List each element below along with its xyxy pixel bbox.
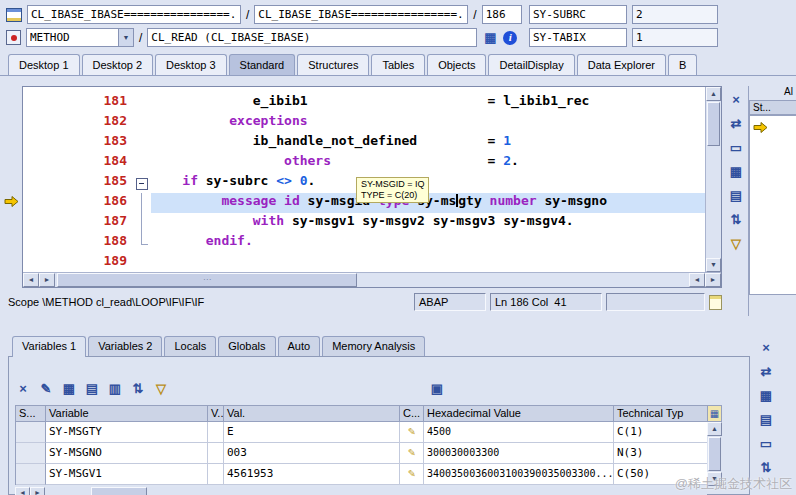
- line-number-field[interactable]: [482, 5, 522, 24]
- tab-memory-analysis[interactable]: Memory Analysis: [322, 336, 425, 356]
- scrollbar-thumb[interactable]: [91, 487, 147, 495]
- code-line-183[interactable]: 183 ib_handle_not_defined = 1: [23, 133, 705, 153]
- tool-services-icon[interactable]: ▽: [728, 236, 744, 252]
- change-value-cell[interactable]: ✎: [400, 464, 424, 485]
- filter-icon[interactable]: ▽: [153, 381, 169, 397]
- display-list-icon[interactable]: [709, 295, 722, 310]
- tab-tables[interactable]: Tables: [371, 54, 425, 75]
- scroll-sync-icon[interactable]: ⇅: [758, 460, 774, 476]
- tab-data-explorer[interactable]: Data Explorer: [577, 54, 666, 75]
- stack-column-header[interactable]: St...: [749, 100, 796, 115]
- scroll-right-icon[interactable]: ►: [39, 273, 55, 287]
- swap-tool-icon[interactable]: ⇄: [758, 364, 774, 380]
- code-line-182[interactable]: 182 exceptions: [23, 113, 705, 133]
- layout-icon[interactable]: ▤: [728, 188, 744, 204]
- scroll-down-icon[interactable]: ▼: [706, 258, 721, 272]
- row-selector[interactable]: [16, 422, 46, 443]
- event-type-field[interactable]: [26, 28, 118, 47]
- table-row[interactable]: SY-MSGV14561953✎340035003600310039003500…: [16, 464, 708, 485]
- tab-objects[interactable]: Objects: [427, 54, 486, 75]
- code-line-181[interactable]: 181 e_ibib1 = l_ibib1_rec: [23, 93, 705, 113]
- columns-icon[interactable]: ▥: [107, 381, 123, 397]
- new-tool-icon[interactable]: ▦: [728, 164, 744, 180]
- watch2-name-field[interactable]: [529, 28, 627, 47]
- tab-desktop-1[interactable]: Desktop 1: [8, 54, 80, 75]
- code-token: gty: [458, 193, 489, 208]
- column-header-technical-typ[interactable]: Technical Typ: [614, 405, 708, 422]
- chevron-down-icon[interactable]: ▼: [118, 28, 134, 47]
- column-header-v[interactable]: V...: [208, 405, 224, 422]
- table-row[interactable]: SY-MSGTYE✎4500C(1): [16, 422, 708, 443]
- choose-layout-icon[interactable]: ▦: [707, 405, 722, 422]
- tab-auto[interactable]: Auto: [278, 336, 321, 356]
- column-header-variable[interactable]: Variable: [46, 405, 208, 422]
- layout-icon[interactable]: ▤: [758, 412, 774, 428]
- tab-standard[interactable]: Standard: [229, 54, 296, 75]
- save-layout-icon[interactable]: ▣: [429, 381, 445, 397]
- scroll-up-icon[interactable]: ▲: [707, 422, 722, 436]
- column-header-s[interactable]: S...: [16, 405, 46, 422]
- tab-desktop-3[interactable]: Desktop 3: [155, 54, 227, 75]
- editor-horizontal-scrollbar[interactable]: ◄ ► ⋯ ◄ ►: [23, 272, 721, 287]
- close-tool-icon[interactable]: ×: [758, 340, 774, 356]
- insert-row-icon[interactable]: ▤: [84, 381, 100, 397]
- edit-value-icon[interactable]: ✎: [408, 445, 415, 459]
- tab-desktop-2[interactable]: Desktop 2: [82, 54, 154, 75]
- scroll-sync-icon[interactable]: ⇅: [728, 212, 744, 228]
- tab-variables-2[interactable]: Variables 2: [88, 336, 162, 356]
- table-view-icon[interactable]: ▦: [758, 388, 774, 404]
- tab-variables-1[interactable]: Variables 1: [12, 336, 86, 357]
- event-detail-field[interactable]: [147, 28, 477, 47]
- code-line-187[interactable]: 187 with sy-msgv1 sy-msgv2 sy-msgv3 sy-m…: [23, 213, 705, 233]
- tab-detaildisplay[interactable]: DetailDisplay: [488, 54, 574, 75]
- table-horizontal-scrollbar[interactable]: ◄ ►: [15, 487, 707, 495]
- info-icon[interactable]: i: [503, 31, 517, 45]
- change-variable-icon[interactable]: ✎: [38, 381, 54, 397]
- edit-value-icon[interactable]: ✎: [408, 466, 415, 480]
- event-type-combo[interactable]: ▼: [26, 28, 134, 47]
- tab-globals[interactable]: Globals: [218, 336, 275, 356]
- table-edit-icon[interactable]: ▦: [482, 30, 498, 46]
- editor-vertical-scrollbar[interactable]: ▲ ▼: [705, 87, 721, 272]
- row-selector[interactable]: [16, 443, 46, 464]
- swap-tool-icon[interactable]: ⇄: [728, 116, 744, 132]
- tab-b[interactable]: B: [668, 54, 697, 75]
- code-line-189[interactable]: 189: [23, 253, 705, 272]
- scrollbar-thumb[interactable]: [708, 437, 721, 471]
- code-line-188[interactable]: 188 endif.: [23, 233, 705, 253]
- watch1-name-field[interactable]: [529, 5, 627, 24]
- include-field[interactable]: [254, 5, 468, 24]
- append-row-icon[interactable]: ▦: [61, 381, 77, 397]
- maximize-tool-icon[interactable]: ▭: [758, 436, 774, 452]
- change-value-cell[interactable]: ✎: [400, 422, 424, 443]
- column-header-val[interactable]: Val.: [224, 405, 400, 422]
- scrollbar-thumb[interactable]: [707, 102, 720, 146]
- close-tool-icon[interactable]: ×: [728, 92, 744, 108]
- table-row[interactable]: SY-MSGNO003✎300030003300N(3): [16, 443, 708, 464]
- change-value-cell[interactable]: ✎: [400, 443, 424, 464]
- code-token: [151, 233, 206, 248]
- stack-list[interactable]: [749, 115, 796, 295]
- maximize-tool-icon[interactable]: ▭: [728, 140, 744, 156]
- scroll-up-icon[interactable]: ▲: [706, 87, 721, 101]
- column-header-hexadecimal-value[interactable]: Hexadecimal Value: [424, 405, 614, 422]
- edit-value-icon[interactable]: ✎: [408, 424, 415, 438]
- scrollbar-thumb[interactable]: ⋯: [57, 273, 357, 287]
- main-program-field[interactable]: [27, 5, 241, 24]
- sort-icon[interactable]: ⇅: [130, 381, 146, 397]
- code-line-184[interactable]: 184 others = 2.: [23, 153, 705, 173]
- delete-variable-icon[interactable]: ×: [15, 381, 31, 397]
- tab-structures[interactable]: Structures: [297, 54, 369, 75]
- column-header-c[interactable]: C...: [400, 405, 424, 422]
- scroll-left-icon[interactable]: ◄: [23, 273, 39, 287]
- tab-locals[interactable]: Locals: [164, 336, 216, 356]
- row-selector[interactable]: [16, 464, 46, 485]
- scroll-left-icon[interactable]: ◄: [689, 273, 705, 287]
- scroll-right-icon[interactable]: ►: [30, 487, 45, 495]
- table-vertical-scrollbar[interactable]: ▦ ▲ ▼: [707, 405, 722, 486]
- scroll-right-icon[interactable]: ►: [705, 273, 721, 287]
- scroll-left-icon[interactable]: ◄: [15, 487, 30, 495]
- fold-collapse-icon[interactable]: [135, 173, 151, 193]
- watch1-value-field[interactable]: [632, 5, 718, 24]
- watch2-value-field[interactable]: [632, 28, 718, 47]
